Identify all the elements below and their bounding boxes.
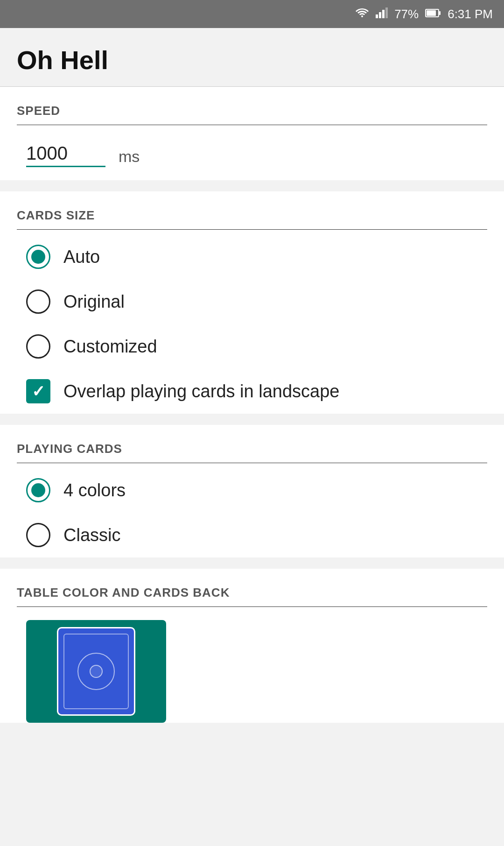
divider-3 — [0, 557, 504, 569]
svg-rect-1 — [379, 12, 381, 18]
checkbox-label-overlap: Overlap playing cards in landscape — [63, 381, 339, 402]
speed-input[interactable] — [26, 143, 110, 164]
radio-circle-classic — [26, 523, 50, 547]
svg-rect-6 — [439, 11, 441, 15]
svg-rect-2 — [382, 10, 385, 18]
speed-section: SPEED ms — [0, 87, 504, 180]
signal-icon — [376, 7, 388, 21]
svg-rect-5 — [427, 10, 436, 16]
playing-card-preview — [57, 627, 135, 716]
speed-row: ms — [17, 130, 487, 180]
radio-circle-4colors — [26, 478, 50, 502]
divider-1 — [0, 180, 504, 191]
card-pattern — [77, 653, 115, 690]
table-color-header: TABLE COLOR AND CARDS BACK — [17, 569, 487, 607]
status-bar: 77% 6:31 PM — [0, 0, 504, 28]
radio-4colors[interactable]: 4 colors — [17, 468, 487, 513]
battery-percent: 77% — [394, 7, 419, 21]
radio-auto[interactable]: Auto — [17, 234, 487, 279]
card-inner — [63, 634, 129, 709]
cards-size-header: CARDS SIZE — [17, 191, 487, 230]
radio-dot-4colors — [31, 483, 45, 497]
main-content: SPEED ms CARDS SIZE Auto Original Cu — [0, 87, 504, 723]
radio-original[interactable]: Original — [17, 279, 487, 324]
radio-customized[interactable]: Customized — [17, 324, 487, 369]
svg-rect-0 — [376, 14, 378, 18]
radio-classic[interactable]: Classic — [17, 513, 487, 557]
radio-circle-auto — [26, 245, 50, 269]
radio-label-auto: Auto — [63, 247, 100, 267]
page-title: Oh Hell — [17, 45, 487, 75]
wifi-icon — [355, 7, 369, 21]
battery-icon — [425, 7, 441, 21]
status-time: 6:31 PM — [448, 7, 493, 21]
playing-cards-section: PLAYING CARDS 4 colors Classic — [0, 425, 504, 557]
radio-label-4colors: 4 colors — [63, 480, 126, 501]
table-color-section: TABLE COLOR AND CARDS BACK — [0, 569, 504, 723]
radio-circle-original — [26, 289, 50, 314]
table-color-card[interactable] — [26, 620, 166, 723]
radio-dot-auto — [31, 250, 45, 264]
divider-2 — [0, 414, 504, 425]
playing-cards-header: PLAYING CARDS — [17, 425, 487, 463]
radio-label-classic: Classic — [63, 525, 120, 545]
checkbox-box-overlap: ✓ — [26, 379, 50, 403]
cards-size-section: CARDS SIZE Auto Original Customized ✓ Ov… — [0, 191, 504, 414]
check-mark-overlap: ✓ — [32, 383, 45, 399]
radio-label-original: Original — [63, 292, 125, 312]
radio-label-customized: Customized — [63, 337, 157, 357]
speed-unit: ms — [119, 148, 140, 166]
app-header: Oh Hell — [0, 28, 504, 87]
radio-circle-customized — [26, 334, 50, 359]
card-center-dot — [90, 665, 103, 678]
svg-rect-3 — [385, 7, 388, 18]
speed-section-header: SPEED — [17, 87, 487, 125]
checkbox-overlap[interactable]: ✓ Overlap playing cards in landscape — [17, 369, 487, 414]
status-icons: 77% 6:31 PM — [355, 7, 493, 21]
speed-underline — [26, 166, 105, 167]
speed-input-wrap — [26, 143, 110, 167]
